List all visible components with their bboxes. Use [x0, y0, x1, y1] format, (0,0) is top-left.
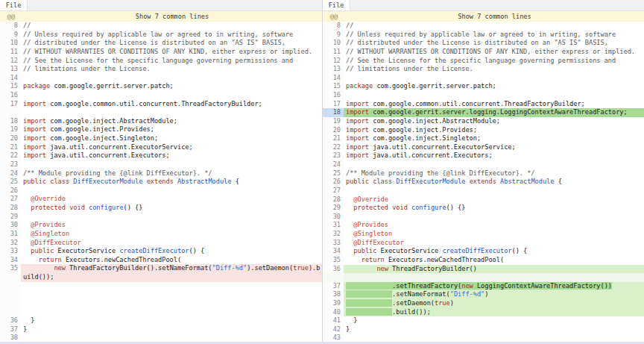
diff-line: 27 — [323, 187, 644, 196]
line-number[interactable]: 25 — [0, 178, 21, 187]
diff-line: 40 .build()); — [323, 308, 644, 317]
code-text — [344, 74, 644, 83]
diff-line: 12// See the License for the specific la… — [0, 57, 322, 66]
line-number[interactable]: 33 — [323, 239, 344, 248]
line-number[interactable]: 12 — [0, 57, 21, 66]
code-text: protected void configure() {} — [21, 204, 322, 213]
line-number[interactable]: 35 — [323, 256, 344, 265]
line-number[interactable]: 8 — [323, 22, 344, 31]
line-number — [0, 299, 21, 308]
hunk-marker: @@ — [323, 13, 345, 20]
line-number[interactable]: 27 — [323, 187, 344, 196]
line-number[interactable]: 37 — [0, 325, 21, 334]
line-number[interactable]: 17 — [323, 100, 344, 109]
diff-line: 39 .setDaemon(true) — [323, 299, 644, 308]
show-common-lines-link[interactable]: Show 7 common lines — [345, 13, 644, 20]
code-text: // distributed under the License is dist… — [21, 39, 322, 48]
line-number[interactable]: 13 — [0, 65, 21, 74]
line-number[interactable]: 20 — [323, 126, 344, 135]
line-number[interactable]: 33 — [0, 247, 21, 256]
line-number[interactable]: 30 — [0, 221, 21, 230]
line-number — [0, 308, 21, 317]
line-number[interactable]: 8 — [0, 22, 21, 31]
line-number[interactable]: 23 — [0, 160, 21, 169]
line-number[interactable]: 28 — [323, 196, 344, 204]
code-text: @Singleton — [344, 230, 644, 239]
diff-line: 29 — [0, 213, 322, 222]
line-number[interactable]: 42 — [323, 325, 344, 334]
line-number[interactable]: 21 — [323, 134, 344, 143]
line-number[interactable]: 38 — [323, 290, 344, 299]
line-number[interactable]: 29 — [323, 204, 344, 213]
diff-line: 17import com.google.common.util.concurre… — [0, 100, 322, 109]
line-number[interactable]: 10 — [0, 39, 21, 48]
line-number[interactable]: 34 — [0, 256, 21, 265]
line-number[interactable]: 16 — [0, 91, 21, 100]
filler-row — [0, 108, 322, 117]
line-number[interactable]: 24 — [0, 169, 21, 178]
line-number[interactable]: 28 — [0, 204, 21, 213]
line-number[interactable]: 26 — [0, 187, 21, 196]
line-number[interactable]: 34 — [323, 247, 344, 256]
line-number[interactable]: 19 — [323, 117, 344, 126]
line-number[interactable]: 18 — [323, 108, 344, 117]
line-number[interactable]: 18 — [0, 117, 21, 126]
code-text: import java.util.concurrent.ExecutorServ… — [344, 143, 644, 152]
line-number[interactable]: 31 — [0, 230, 21, 239]
line-number[interactable]: 20 — [0, 134, 21, 143]
diff-line: 11// WITHOUT WARRANTIES OR CONDITIONS OF… — [323, 48, 644, 57]
line-number[interactable]: 13 — [323, 65, 344, 74]
line-number[interactable]: 10 — [323, 39, 344, 48]
line-number[interactable]: 24 — [323, 160, 344, 169]
line-number[interactable]: 26 — [323, 178, 344, 187]
line-number[interactable]: 23 — [323, 151, 344, 160]
line-number — [0, 290, 21, 299]
diff-line: 25public class DiffExecutorModule extend… — [0, 178, 322, 187]
line-number[interactable]: 30 — [323, 213, 344, 222]
line-number[interactable]: 39 — [323, 299, 344, 308]
diff-line: 33 @DiffExecutor — [323, 239, 644, 248]
code-text — [21, 299, 322, 308]
code-text — [21, 160, 322, 169]
code-text: // See the License for the specific lang… — [344, 57, 644, 66]
line-number[interactable]: 15 — [323, 82, 344, 91]
line-number[interactable]: 37 — [323, 282, 344, 291]
line-number[interactable]: 16 — [323, 91, 344, 100]
diff-line: 26public class DiffExecutorModule extend… — [323, 178, 644, 187]
line-number[interactable]: 29 — [0, 213, 21, 222]
code-text — [344, 160, 644, 169]
line-number[interactable]: 22 — [323, 143, 344, 152]
line-number — [0, 282, 21, 291]
line-number[interactable]: 25 — [323, 169, 344, 178]
line-number[interactable]: 35 — [0, 264, 21, 281]
line-number[interactable]: 9 — [0, 31, 21, 40]
line-number[interactable]: 14 — [323, 74, 344, 83]
line-number[interactable]: 11 — [0, 48, 21, 57]
hunk-expander-left[interactable]: @@ Show 7 common lines — [0, 11, 322, 22]
line-number[interactable]: 32 — [323, 230, 344, 239]
line-number[interactable]: 9 — [323, 31, 344, 40]
line-number[interactable]: 11 — [323, 48, 344, 57]
diff-line: 8// — [0, 22, 322, 31]
code-text: // WITHOUT WARRANTIES OR CONDITIONS OF A… — [344, 48, 644, 57]
line-number[interactable]: 27 — [0, 195, 21, 204]
line-number[interactable]: 41 — [323, 316, 344, 325]
filler-row — [0, 290, 322, 299]
line-number[interactable]: 15 — [0, 82, 21, 91]
line-number[interactable]: 22 — [0, 151, 21, 160]
line-number[interactable]: 17 — [0, 100, 21, 109]
line-number[interactable]: 36 — [323, 265, 344, 274]
line-number[interactable]: 32 — [0, 239, 21, 248]
show-common-lines-link[interactable]: Show 7 common lines — [22, 13, 322, 20]
code-text: import java.util.concurrent.Executors; — [21, 151, 322, 160]
line-number[interactable]: 31 — [323, 221, 344, 230]
diff-line: 16 — [0, 91, 322, 100]
diff-line: 41 } — [323, 316, 644, 325]
hunk-expander-right[interactable]: @@ Show 7 common lines — [323, 11, 644, 22]
line-number[interactable]: 19 — [0, 125, 21, 134]
line-number[interactable]: 12 — [323, 57, 344, 66]
line-number[interactable]: 36 — [0, 316, 21, 325]
line-number[interactable]: 21 — [0, 143, 21, 152]
line-number[interactable]: 14 — [0, 74, 21, 83]
line-number[interactable]: 40 — [323, 308, 344, 317]
